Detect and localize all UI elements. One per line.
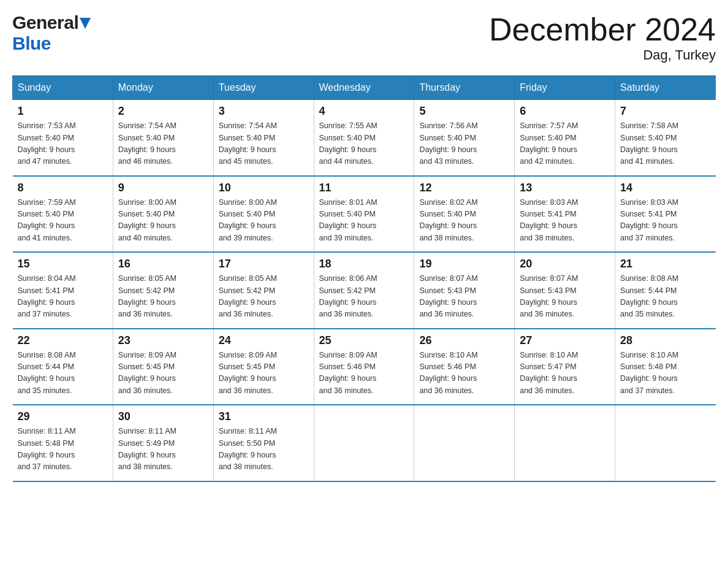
calendar-cell: 15Sunrise: 8:04 AMSunset: 5:41 PMDayligh… [13,252,113,329]
day-info: Sunrise: 8:11 AMSunset: 5:48 PMDaylight:… [18,426,108,473]
header-friday: Friday [515,76,615,100]
days-of-week-row: Sunday Monday Tuesday Wednesday Thursday… [13,76,716,100]
page-header: General Blue December 2024 Dag, Turkey [12,12,716,63]
day-info: Sunrise: 8:02 AMSunset: 5:40 PMDaylight:… [419,197,509,245]
calendar-cell: 31Sunrise: 8:11 AMSunset: 5:50 PMDayligh… [213,405,314,481]
day-number: 11 [319,182,409,194]
calendar-cell: 1Sunrise: 7:53 AMSunset: 5:40 PMDaylight… [13,100,113,176]
day-info: Sunrise: 7:59 AMSunset: 5:40 PMDaylight:… [18,197,108,245]
day-info: Sunrise: 8:08 AMSunset: 5:44 PMDaylight:… [620,273,710,321]
calendar-header: Sunday Monday Tuesday Wednesday Thursday… [13,76,716,100]
day-info: Sunrise: 8:10 AMSunset: 5:48 PMDaylight:… [620,350,710,397]
calendar-cell [414,405,515,481]
day-number: 13 [520,182,610,194]
day-number: 16 [118,258,208,270]
day-number: 17 [219,258,309,270]
day-number: 1 [18,105,108,118]
calendar-table: Sunday Monday Tuesday Wednesday Thursday… [12,75,716,482]
calendar-body: 1Sunrise: 7:53 AMSunset: 5:40 PMDaylight… [13,100,716,481]
calendar-week-row: 22Sunrise: 8:08 AMSunset: 5:44 PMDayligh… [13,329,716,405]
month-title: December 2024 [489,12,716,47]
calendar-cell [314,405,414,481]
calendar-cell: 12Sunrise: 8:02 AMSunset: 5:40 PMDayligh… [414,176,515,253]
day-number: 19 [419,258,509,270]
day-info: Sunrise: 8:10 AMSunset: 5:46 PMDaylight:… [419,350,509,397]
calendar-cell: 2Sunrise: 7:54 AMSunset: 5:40 PMDaylight… [113,100,213,176]
day-number: 31 [219,410,309,423]
calendar-cell: 8Sunrise: 7:59 AMSunset: 5:40 PMDaylight… [13,176,113,253]
calendar-week-row: 15Sunrise: 8:04 AMSunset: 5:41 PMDayligh… [13,252,716,329]
calendar-cell: 11Sunrise: 8:01 AMSunset: 5:40 PMDayligh… [314,176,414,253]
calendar-cell: 23Sunrise: 8:09 AMSunset: 5:45 PMDayligh… [113,329,213,405]
day-number: 15 [18,258,108,270]
day-info: Sunrise: 8:05 AMSunset: 5:42 PMDaylight:… [219,273,309,321]
day-info: Sunrise: 8:03 AMSunset: 5:41 PMDaylight:… [620,197,710,245]
day-number: 29 [18,410,108,423]
day-number: 10 [219,182,309,194]
header-tuesday: Tuesday [213,76,314,100]
day-info: Sunrise: 8:11 AMSunset: 5:49 PMDaylight:… [118,426,208,473]
header-monday: Monday [113,76,213,100]
day-info: Sunrise: 8:03 AMSunset: 5:41 PMDaylight:… [520,197,610,245]
day-info: Sunrise: 8:11 AMSunset: 5:50 PMDaylight:… [219,426,309,473]
logo: General Blue [12,12,91,54]
day-info: Sunrise: 8:01 AMSunset: 5:40 PMDaylight:… [319,197,409,245]
svg-marker-0 [80,18,91,29]
day-info: Sunrise: 8:10 AMSunset: 5:47 PMDaylight:… [520,350,610,397]
day-number: 21 [620,258,710,270]
calendar-cell: 10Sunrise: 8:00 AMSunset: 5:40 PMDayligh… [213,176,314,253]
day-info: Sunrise: 8:05 AMSunset: 5:42 PMDaylight:… [118,273,208,321]
day-number: 14 [620,182,710,194]
calendar-cell: 5Sunrise: 7:56 AMSunset: 5:40 PMDaylight… [414,100,515,176]
calendar-cell: 28Sunrise: 8:10 AMSunset: 5:48 PMDayligh… [615,329,716,405]
calendar-week-row: 1Sunrise: 7:53 AMSunset: 5:40 PMDaylight… [13,100,716,176]
calendar-cell [515,405,615,481]
calendar-cell: 4Sunrise: 7:55 AMSunset: 5:40 PMDaylight… [314,100,414,176]
calendar-cell [615,405,716,481]
day-info: Sunrise: 7:54 AMSunset: 5:40 PMDaylight:… [219,120,309,168]
logo-blue-text: Blue [12,33,51,53]
day-number: 26 [419,334,509,347]
calendar-cell: 13Sunrise: 8:03 AMSunset: 5:41 PMDayligh… [515,176,615,253]
calendar-cell: 19Sunrise: 8:07 AMSunset: 5:43 PMDayligh… [414,252,515,329]
day-number: 4 [319,105,409,118]
calendar-cell: 7Sunrise: 7:58 AMSunset: 5:40 PMDaylight… [615,100,716,176]
calendar-cell: 20Sunrise: 8:07 AMSunset: 5:43 PMDayligh… [515,252,615,329]
calendar-cell: 25Sunrise: 8:09 AMSunset: 5:46 PMDayligh… [314,329,414,405]
day-number: 7 [620,105,710,118]
calendar-cell: 14Sunrise: 8:03 AMSunset: 5:41 PMDayligh… [615,176,716,253]
day-info: Sunrise: 8:07 AMSunset: 5:43 PMDaylight:… [520,273,610,321]
calendar-cell: 27Sunrise: 8:10 AMSunset: 5:47 PMDayligh… [515,329,615,405]
day-number: 28 [620,334,710,347]
calendar-cell: 21Sunrise: 8:08 AMSunset: 5:44 PMDayligh… [615,252,716,329]
logo-triangle-icon [80,17,91,29]
day-info: Sunrise: 8:06 AMSunset: 5:42 PMDaylight:… [319,273,409,321]
day-number: 30 [118,410,208,423]
day-info: Sunrise: 7:54 AMSunset: 5:40 PMDaylight:… [118,120,208,168]
day-number: 20 [520,258,610,270]
calendar-week-row: 8Sunrise: 7:59 AMSunset: 5:40 PMDaylight… [13,176,716,253]
calendar-cell: 24Sunrise: 8:09 AMSunset: 5:45 PMDayligh… [213,329,314,405]
day-info: Sunrise: 7:55 AMSunset: 5:40 PMDaylight:… [319,120,409,168]
calendar-cell: 18Sunrise: 8:06 AMSunset: 5:42 PMDayligh… [314,252,414,329]
day-info: Sunrise: 7:57 AMSunset: 5:40 PMDaylight:… [520,120,610,168]
calendar-cell: 29Sunrise: 8:11 AMSunset: 5:48 PMDayligh… [13,405,113,481]
title-block: December 2024 Dag, Turkey [489,12,716,63]
day-number: 25 [319,334,409,347]
calendar-cell: 26Sunrise: 8:10 AMSunset: 5:46 PMDayligh… [414,329,515,405]
day-info: Sunrise: 8:09 AMSunset: 5:45 PMDaylight:… [219,350,309,397]
location-text: Dag, Turkey [489,47,716,63]
day-number: 3 [219,105,309,118]
day-info: Sunrise: 8:04 AMSunset: 5:41 PMDaylight:… [18,273,108,321]
day-info: Sunrise: 7:58 AMSunset: 5:40 PMDaylight:… [620,120,710,168]
calendar-cell: 22Sunrise: 8:08 AMSunset: 5:44 PMDayligh… [13,329,113,405]
calendar-cell: 17Sunrise: 8:05 AMSunset: 5:42 PMDayligh… [213,252,314,329]
day-info: Sunrise: 8:00 AMSunset: 5:40 PMDaylight:… [118,197,208,245]
day-number: 18 [319,258,409,270]
day-number: 22 [18,334,108,347]
header-saturday: Saturday [615,76,716,100]
day-info: Sunrise: 8:09 AMSunset: 5:46 PMDaylight:… [319,350,409,397]
calendar-cell: 16Sunrise: 8:05 AMSunset: 5:42 PMDayligh… [113,252,213,329]
calendar-week-row: 29Sunrise: 8:11 AMSunset: 5:48 PMDayligh… [13,405,716,481]
calendar-cell: 30Sunrise: 8:11 AMSunset: 5:49 PMDayligh… [113,405,213,481]
